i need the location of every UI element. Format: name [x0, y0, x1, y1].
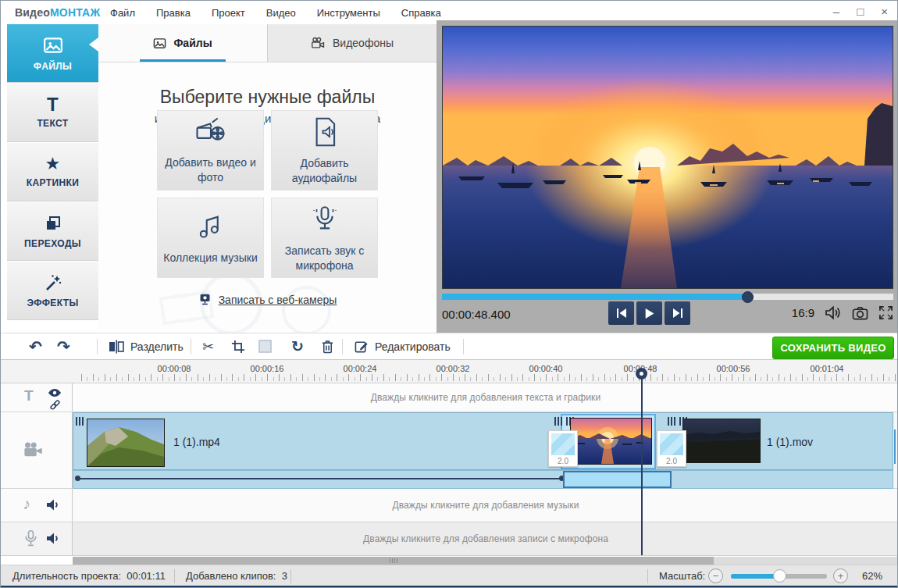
- undo-button[interactable]: ↶: [29, 333, 42, 359]
- music-note-icon: ♪: [23, 495, 30, 513]
- prev-frame-icon: [615, 308, 628, 319]
- fullscreen-icon[interactable]: [878, 305, 893, 320]
- music-collection-button[interactable]: Коллекция музыки: [157, 198, 264, 278]
- zoom-out-button[interactable]: −: [708, 568, 723, 583]
- playhead-handle[interactable]: [636, 368, 647, 380]
- add-video-photo-button[interactable]: Добавить видео и фото: [157, 110, 264, 191]
- clip-grip[interactable]: [554, 417, 563, 426]
- link-label: Записать с веб-камеры: [219, 294, 337, 306]
- sidebar-item-transitions[interactable]: ПЕРЕХОДЫ: [7, 202, 98, 262]
- movie-camera-icon: [311, 37, 326, 50]
- app-logo: ВидеоМОНТАЖ: [15, 6, 100, 19]
- audio-segment-selected[interactable]: [563, 471, 672, 488]
- sidebar-item-files[interactable]: ФАЙЛЫ: [7, 24, 98, 84]
- volume-envelope-line[interactable]: [77, 478, 564, 479]
- menu-tools[interactable]: Инструменты: [317, 7, 380, 19]
- zoom-slider-handle[interactable]: [773, 569, 786, 583]
- square-icon: [258, 340, 272, 353]
- seek-fill: [442, 294, 747, 300]
- audio-substrip[interactable]: [73, 470, 893, 489]
- ruler-major-ticks: [81, 374, 897, 381]
- playback-controls: [608, 301, 690, 325]
- record-microphone-button[interactable]: Записать звук с микрофона: [271, 198, 378, 278]
- ruler-label: 00:00:16: [240, 364, 294, 373]
- clips-count-value: 3: [282, 570, 287, 582]
- edit-button[interactable]: Редактировать: [355, 333, 451, 359]
- menu-edit[interactable]: Правка: [156, 7, 191, 19]
- files-tabbar: Файлы Видеофоны: [98, 24, 437, 62]
- prev-frame-button[interactable]: [608, 301, 634, 325]
- clip1-label: 1 (1).mp4: [173, 436, 220, 448]
- menu-video[interactable]: Видео: [266, 7, 296, 19]
- video-track[interactable]: 1 (1).mp4: [1, 412, 898, 489]
- tab-files[interactable]: Файлы: [98, 24, 267, 62]
- add-audio-button[interactable]: Добавить аудиофайлы: [271, 110, 378, 191]
- mic-track[interactable]: Дважды кликните для добавления записи с …: [1, 522, 898, 555]
- menu-file[interactable]: Файл: [110, 7, 135, 19]
- clip3-thumbnail[interactable]: [682, 419, 761, 463]
- ruler-label: 00:01:04: [800, 364, 854, 373]
- trash-icon: [321, 340, 334, 354]
- play-button[interactable]: [636, 301, 662, 325]
- mask-button-disabled[interactable]: [258, 333, 272, 359]
- transition-badge[interactable]: 2.0: [548, 430, 578, 467]
- snapshot-camera-icon[interactable]: [852, 306, 868, 320]
- track-volume-icon[interactable]: [46, 498, 61, 511]
- seek-bar[interactable]: [442, 294, 893, 300]
- transition-badge[interactable]: 2.0: [657, 430, 686, 467]
- film-reel-icon: [194, 116, 227, 148]
- crop-button[interactable]: [231, 333, 245, 359]
- zoom-in-button[interactable]: +: [833, 568, 848, 583]
- edit-toolbar: ↶ ↷ Разделить ✂ ↻ Редактировать СОХРАНИТ…: [1, 333, 898, 360]
- text-track-icon: T: [24, 387, 34, 404]
- next-frame-button[interactable]: [665, 301, 690, 325]
- transition-preview: [660, 433, 683, 455]
- rotate-button[interactable]: ↻: [291, 333, 304, 359]
- toolbar-separator: [342, 339, 343, 355]
- scrollbar-grip: [390, 558, 397, 563]
- record-webcam-link[interactable]: Записать с веб-камеры: [98, 293, 437, 306]
- clip1-thumbnail[interactable]: [87, 419, 165, 467]
- text-track[interactable]: T Дважды кликните для добавления текста …: [1, 383, 898, 412]
- button-label: Добавить видео и фото: [161, 155, 260, 185]
- zoom-value: 62%: [862, 570, 882, 582]
- close-button[interactable]: ×: [881, 5, 888, 18]
- cut-button[interactable]: ✂: [202, 333, 214, 359]
- menu-help[interactable]: Справка: [401, 7, 441, 19]
- ruler-label: 00:00:40: [518, 364, 573, 373]
- sidebar-item-stickers[interactable]: ★ КАРТИНКИ: [7, 143, 98, 202]
- save-video-button[interactable]: СОХРАНИТЬ ВИДЕО: [772, 337, 894, 359]
- tab-label: Файлы: [173, 37, 212, 49]
- split-button[interactable]: Разделить: [109, 333, 184, 359]
- timeline-ruler[interactable]: 00:00:08 00:00:16 00:00:24 00:00:32 00:0…: [1, 360, 898, 383]
- sidebar-item-effects[interactable]: ЭФФЕКТЫ: [7, 262, 98, 321]
- crop-icon: [231, 340, 245, 354]
- clip2-thumbnail[interactable]: [570, 418, 652, 465]
- files-heading: Выберите нужные файлы: [98, 87, 437, 108]
- seek-handle[interactable]: [742, 291, 754, 303]
- tab-videobackgrounds[interactable]: Видеофоны: [267, 24, 437, 62]
- link-icon[interactable]: [49, 399, 61, 411]
- menu-project[interactable]: Проект: [212, 7, 245, 19]
- track-volume-icon[interactable]: [46, 532, 61, 545]
- envelope-point[interactable]: [75, 476, 80, 481]
- clip-grip[interactable]: [76, 417, 84, 426]
- minimize-button[interactable]: –: [833, 5, 839, 18]
- microphone-icon: [308, 203, 341, 236]
- clip3-label: 1 (1).mov: [767, 436, 813, 448]
- clip-edge-bar: [894, 429, 896, 464]
- sidebar-item-text[interactable]: T ТЕКСТ: [7, 84, 98, 143]
- transition-preview: [551, 433, 575, 455]
- redo-button[interactable]: ↷: [57, 333, 70, 359]
- zoom-slider[interactable]: [731, 574, 827, 579]
- eye-icon[interactable]: [48, 388, 62, 397]
- maximize-button[interactable]: □: [857, 5, 864, 18]
- zoom-label: Масштаб:: [659, 570, 705, 582]
- scrollbar-thumb[interactable]: [73, 557, 714, 565]
- clip-grip[interactable]: [668, 417, 676, 426]
- music-track[interactable]: ♪ Дважды кликните для добавления музыки: [1, 489, 898, 522]
- zoom-slider-fill: [731, 574, 779, 579]
- volume-icon[interactable]: [825, 305, 842, 320]
- button-label: Коллекция музыки: [163, 251, 257, 265]
- delete-button[interactable]: [321, 333, 334, 359]
